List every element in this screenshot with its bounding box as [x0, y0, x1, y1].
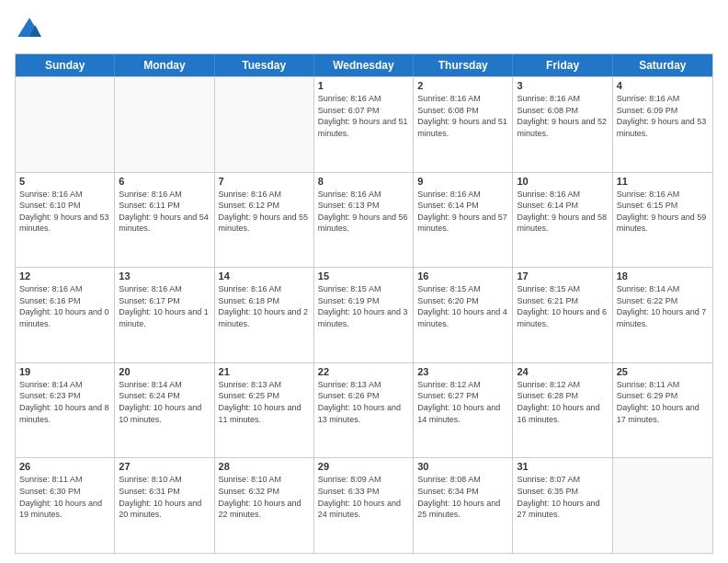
day-number: 6 [119, 176, 210, 187]
header-day-wednesday: Wednesday [314, 54, 414, 76]
day-cell-2: 2Sunrise: 8:16 AM Sunset: 6:08 PM Daylig… [414, 77, 513, 172]
week-row-3: 19Sunrise: 8:14 AM Sunset: 6:23 PM Dayli… [16, 362, 712, 458]
day-number: 21 [219, 366, 310, 377]
day-cell-27: 27Sunrise: 8:10 AM Sunset: 6:31 PM Dayli… [115, 458, 214, 553]
day-info: Sunrise: 8:14 AM Sunset: 6:24 PM Dayligh… [119, 379, 210, 425]
day-info: Sunrise: 8:16 AM Sunset: 6:14 PM Dayligh… [517, 189, 608, 235]
day-number: 24 [517, 366, 608, 377]
day-info: Sunrise: 8:16 AM Sunset: 6:09 PM Dayligh… [617, 93, 709, 139]
day-info: Sunrise: 8:13 AM Sunset: 6:26 PM Dayligh… [318, 379, 409, 425]
day-info: Sunrise: 8:10 AM Sunset: 6:31 PM Dayligh… [119, 474, 210, 520]
day-cell-21: 21Sunrise: 8:13 AM Sunset: 6:25 PM Dayli… [215, 363, 314, 458]
day-number: 31 [517, 461, 608, 472]
empty-cell-0-0 [16, 77, 115, 172]
day-info: Sunrise: 8:16 AM Sunset: 6:14 PM Dayligh… [417, 189, 508, 235]
day-number: 4 [617, 80, 709, 91]
day-number: 28 [219, 461, 310, 472]
day-info: Sunrise: 8:12 AM Sunset: 6:28 PM Dayligh… [517, 379, 608, 425]
day-number: 13 [119, 270, 210, 282]
day-cell-1: 1Sunrise: 8:16 AM Sunset: 6:07 PM Daylig… [314, 77, 414, 172]
day-number: 29 [318, 461, 409, 472]
week-row-0: 1Sunrise: 8:16 AM Sunset: 6:07 PM Daylig… [16, 76, 712, 172]
day-cell-20: 20Sunrise: 8:14 AM Sunset: 6:24 PM Dayli… [115, 363, 214, 458]
day-cell-14: 14Sunrise: 8:16 AM Sunset: 6:18 PM Dayli… [215, 268, 314, 362]
day-cell-3: 3Sunrise: 8:16 AM Sunset: 6:08 PM Daylig… [513, 77, 612, 172]
day-cell-25: 25Sunrise: 8:11 AM Sunset: 6:29 PM Dayli… [613, 363, 712, 458]
day-number: 20 [119, 366, 210, 377]
header-day-saturday: Saturday [613, 54, 712, 76]
day-info: Sunrise: 8:16 AM Sunset: 6:15 PM Dayligh… [617, 189, 709, 235]
day-cell-23: 23Sunrise: 8:12 AM Sunset: 6:27 PM Dayli… [414, 363, 513, 458]
day-cell-9: 9Sunrise: 8:16 AM Sunset: 6:14 PM Daylig… [414, 173, 513, 268]
day-info: Sunrise: 8:16 AM Sunset: 6:11 PM Dayligh… [119, 189, 210, 235]
day-cell-17: 17Sunrise: 8:15 AM Sunset: 6:21 PM Dayli… [513, 268, 612, 362]
day-cell-4: 4Sunrise: 8:16 AM Sunset: 6:09 PM Daylig… [613, 77, 712, 172]
day-number: 8 [318, 176, 409, 187]
calendar-header-row: SundayMondayTuesdayWednesdayThursdayFrid… [16, 54, 712, 76]
day-number: 3 [517, 80, 608, 91]
day-info: Sunrise: 8:11 AM Sunset: 6:30 PM Dayligh… [19, 474, 110, 520]
day-cell-6: 6Sunrise: 8:16 AM Sunset: 6:11 PM Daylig… [115, 173, 214, 268]
day-cell-19: 19Sunrise: 8:14 AM Sunset: 6:23 PM Dayli… [16, 363, 115, 458]
day-info: Sunrise: 8:15 AM Sunset: 6:20 PM Dayligh… [417, 283, 508, 329]
day-number: 7 [219, 176, 310, 187]
calendar: SundayMondayTuesdayWednesdayThursdayFrid… [15, 53, 713, 554]
empty-cell-0-2 [215, 77, 314, 172]
day-number: 9 [417, 176, 508, 187]
header-day-thursday: Thursday [414, 54, 513, 76]
day-number: 17 [517, 270, 608, 282]
day-info: Sunrise: 8:11 AM Sunset: 6:29 PM Dayligh… [617, 379, 709, 425]
header-day-friday: Friday [513, 54, 612, 76]
week-row-4: 26Sunrise: 8:11 AM Sunset: 6:30 PM Dayli… [16, 457, 712, 553]
day-cell-7: 7Sunrise: 8:16 AM Sunset: 6:12 PM Daylig… [215, 173, 314, 268]
day-number: 1 [318, 80, 409, 91]
logo-icon [15, 15, 44, 44]
day-info: Sunrise: 8:16 AM Sunset: 6:12 PM Dayligh… [219, 189, 310, 235]
day-cell-13: 13Sunrise: 8:16 AM Sunset: 6:17 PM Dayli… [115, 268, 214, 362]
header-day-tuesday: Tuesday [215, 54, 314, 76]
day-cell-24: 24Sunrise: 8:12 AM Sunset: 6:28 PM Dayli… [513, 363, 612, 458]
day-info: Sunrise: 8:16 AM Sunset: 6:07 PM Dayligh… [318, 93, 409, 139]
day-info: Sunrise: 8:16 AM Sunset: 6:18 PM Dayligh… [219, 283, 310, 329]
day-number: 15 [318, 270, 409, 282]
day-cell-29: 29Sunrise: 8:09 AM Sunset: 6:33 PM Dayli… [314, 458, 414, 553]
day-number: 11 [617, 176, 709, 187]
day-number: 10 [517, 176, 608, 187]
day-info: Sunrise: 8:16 AM Sunset: 6:10 PM Dayligh… [19, 189, 110, 235]
day-info: Sunrise: 8:16 AM Sunset: 6:16 PM Dayligh… [19, 283, 110, 329]
day-cell-18: 18Sunrise: 8:14 AM Sunset: 6:22 PM Dayli… [613, 268, 712, 362]
day-number: 22 [318, 366, 409, 377]
page: SundayMondayTuesdayWednesdayThursdayFrid… [0, 0, 728, 563]
day-info: Sunrise: 8:16 AM Sunset: 6:08 PM Dayligh… [417, 93, 508, 139]
day-info: Sunrise: 8:15 AM Sunset: 6:21 PM Dayligh… [517, 283, 608, 329]
day-number: 12 [19, 270, 110, 282]
day-cell-15: 15Sunrise: 8:15 AM Sunset: 6:19 PM Dayli… [314, 268, 414, 362]
empty-cell-0-1 [115, 77, 214, 172]
week-row-1: 5Sunrise: 8:16 AM Sunset: 6:10 PM Daylig… [16, 172, 712, 268]
day-number: 23 [417, 366, 508, 377]
day-info: Sunrise: 8:08 AM Sunset: 6:34 PM Dayligh… [417, 474, 508, 520]
day-number: 5 [19, 176, 110, 187]
day-number: 27 [119, 461, 210, 472]
header [15, 15, 713, 44]
day-number: 19 [19, 366, 110, 377]
day-number: 18 [617, 270, 709, 282]
day-info: Sunrise: 8:12 AM Sunset: 6:27 PM Dayligh… [417, 379, 508, 425]
day-number: 2 [417, 80, 508, 91]
day-cell-11: 11Sunrise: 8:16 AM Sunset: 6:15 PM Dayli… [613, 173, 712, 268]
header-day-sunday: Sunday [16, 54, 115, 76]
day-info: Sunrise: 8:14 AM Sunset: 6:22 PM Dayligh… [617, 283, 709, 329]
day-cell-30: 30Sunrise: 8:08 AM Sunset: 6:34 PM Dayli… [414, 458, 513, 553]
day-cell-22: 22Sunrise: 8:13 AM Sunset: 6:26 PM Dayli… [314, 363, 414, 458]
day-number: 16 [417, 270, 508, 282]
day-cell-8: 8Sunrise: 8:16 AM Sunset: 6:13 PM Daylig… [314, 173, 414, 268]
day-info: Sunrise: 8:14 AM Sunset: 6:23 PM Dayligh… [19, 379, 110, 425]
day-number: 30 [417, 461, 508, 472]
calendar-body: 1Sunrise: 8:16 AM Sunset: 6:07 PM Daylig… [16, 76, 712, 553]
day-cell-26: 26Sunrise: 8:11 AM Sunset: 6:30 PM Dayli… [16, 458, 115, 553]
logo [15, 15, 48, 44]
day-info: Sunrise: 8:15 AM Sunset: 6:19 PM Dayligh… [318, 283, 409, 329]
empty-cell-4-6 [613, 458, 712, 553]
day-info: Sunrise: 8:16 AM Sunset: 6:13 PM Dayligh… [318, 189, 409, 235]
day-cell-5: 5Sunrise: 8:16 AM Sunset: 6:10 PM Daylig… [16, 173, 115, 268]
